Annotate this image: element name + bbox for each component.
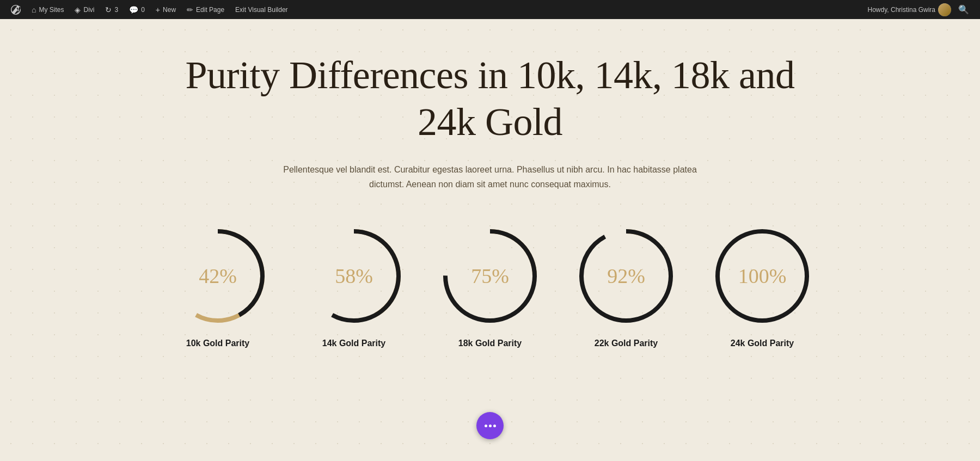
pencil-icon: ✏ [187,5,193,14]
comments-icon: 💬 [129,5,138,14]
page-description: Pellentesque vel blandit est. Curabitur … [272,162,708,192]
chart-label-22k: 22k Gold Parity [595,339,658,348]
chart-item-22k: 92% 22k Gold Parity [574,224,678,348]
chart-label-10k: 10k Gold Parity [186,339,250,348]
divi-icon: ◈ [75,5,81,14]
circle-chart-24k: 100% [710,224,814,328]
circle-chart-10k: 42% [166,224,270,328]
chart-item-24k: 100% 24k Gold Parity [710,224,814,348]
chart-label-18k: 18k Gold Parity [458,339,522,348]
updates-icon: ↻ [105,5,112,14]
chart-label-14k: 14k Gold Parity [322,339,386,348]
search-icon[interactable]: 🔍 [958,4,969,15]
wp-logo-button[interactable] [5,0,26,19]
main-content: Purity Differences in 10k, 14k, 18k and … [0,19,980,461]
updates-button[interactable]: ↻ 3 [100,0,124,19]
chart-value-14k: 58% [335,264,373,288]
edit-page-button[interactable]: ✏ Edit Page [181,0,230,19]
fab-dot-2 [489,425,492,427]
admin-bar-right: Howdy, Christina Gwira 🔍 [868,3,975,16]
admin-bar: ⌂ My Sites ◈ Divi ↻ 3 💬 0 + New ✏ Edit P… [0,0,980,19]
exit-visual-builder-button[interactable]: Exit Visual Builder [230,0,293,19]
charts-row: 42% 10k Gold Parity 58% 14k Gold Parity … [163,224,817,348]
fab-dot-1 [485,425,487,427]
avatar[interactable] [938,3,951,16]
divi-button[interactable]: ◈ Divi [69,0,100,19]
chart-value-24k: 100% [738,264,787,288]
chart-value-18k: 75% [471,264,509,288]
circle-chart-18k: 75% [438,224,542,328]
page-title: Purity Differences in 10k, 14k, 18k and … [163,52,817,146]
chart-item-14k: 58% 14k Gold Parity [302,224,406,348]
chart-value-10k: 42% [199,264,237,288]
fab-dot-3 [493,425,496,427]
content-inner: Purity Differences in 10k, 14k, 18k and … [163,52,817,365]
chart-label-24k: 24k Gold Parity [731,339,794,348]
home-icon: ⌂ [32,5,36,14]
circle-chart-22k: 92% [574,224,678,328]
new-button[interactable]: + New [150,0,181,19]
comments-button[interactable]: 💬 0 [124,0,150,19]
chart-item-10k: 42% 10k Gold Parity [166,224,270,348]
chart-value-22k: 92% [607,264,645,288]
chart-item-18k: 75% 18k Gold Parity [438,224,542,348]
circle-chart-14k: 58% [302,224,406,328]
my-sites-button[interactable]: ⌂ My Sites [26,0,69,19]
plus-icon: + [156,5,160,14]
fab-button[interactable] [476,412,504,439]
